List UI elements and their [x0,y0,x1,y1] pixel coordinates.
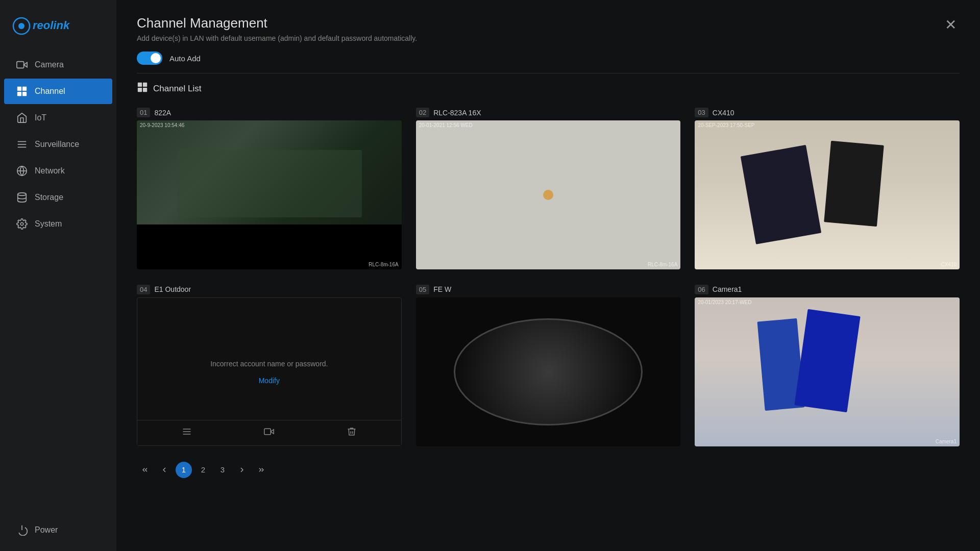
delete-action-04[interactable] [342,424,361,441]
label-br-01: RLC-8m-16A [369,262,398,267]
pagination: 1 2 3 [137,462,960,478]
channel-thumb-01[interactable]: 20-9-2023 10:54:46 RLC-8m-16A [137,120,402,269]
auto-add-row: Auto Add [137,52,960,65]
card-actions-04 [137,420,401,445]
channel-number-04: 04 [137,285,150,294]
label-br-03: CX410 [941,262,957,267]
channel-list-header: Channel List [137,82,960,95]
timestamp-06: 20-01/2023 20:17-WED [698,299,751,305]
channel-number-05: 05 [416,285,429,294]
channel-card-header-02: 02 RLC-823A 16X [416,108,681,117]
channel-number-03: 03 [695,108,708,117]
sidebar-item-channel[interactable]: Channel [4,79,112,104]
channel-card-header-05: 05 FE W [416,285,681,294]
camera-action-04[interactable] [260,424,278,441]
timestamp-02: 20-01-2021 12:56 WED [419,122,473,128]
camera-icon [16,59,28,70]
list-action-04[interactable] [178,424,196,441]
label-br-06: Camera1 [936,439,957,444]
svg-rect-19 [143,88,147,92]
divider-1 [137,73,960,73]
system-icon [16,218,28,230]
svg-rect-7 [22,92,27,96]
logo: reolink [12,15,104,37]
channel-name-06: Camera1 [713,285,742,293]
auto-add-toggle[interactable] [137,52,162,65]
channel-number-01: 01 [137,108,150,117]
sidebar: reolink Camera Channel [0,0,116,551]
sidebar-item-label-surveillance: Surveillance [35,140,79,149]
page-number-3[interactable]: 3 [214,462,231,478]
svg-rect-16 [138,83,142,87]
label-br-02: RLC-8m-16A [648,262,677,267]
sidebar-item-iot[interactable]: IoT [4,105,112,131]
sidebar-bottom: Power [4,509,112,551]
svg-text:reolink: reolink [33,19,70,32]
error-message-04: Incorrect account name or password. [210,359,328,369]
channel-thumb-04-error: Incorrect account name or password. Modi… [137,297,402,446]
network-icon [16,165,28,177]
next-page-button[interactable] [234,462,250,478]
sidebar-nav: Camera Channel IoT [0,52,116,509]
last-page-button[interactable] [253,462,270,478]
timestamp-01: 20-9-2023 10:54:46 [140,122,184,128]
channel-list-icon [137,82,148,95]
first-page-button[interactable] [137,462,153,478]
prev-page-button[interactable] [156,462,173,478]
storage-icon [16,192,28,203]
sidebar-item-camera[interactable]: Camera [4,52,112,78]
channel-card-01: 01 822A 20-9-2023 10:54:46 RLC-8m-16A [137,108,402,269]
main-content: Channel Management Add device(s) in LAN … [116,0,980,551]
channel-thumb-06[interactable]: 20-01/2023 20:17-WED Camera1 [695,297,960,446]
channel-card-04: 04 E1 Outdoor Incorrect account name or … [137,285,402,446]
svg-point-14 [20,222,23,226]
channel-name-02: RLC-823A 16X [433,109,481,117]
channel-icon [16,86,28,97]
channel-card-06: 06 Camera1 20-01/2023 20:17-WED Camera1 [695,285,960,446]
sidebar-item-network[interactable]: Network [4,158,112,184]
svg-rect-6 [17,92,21,96]
auto-add-label: Auto Add [169,54,201,63]
page-number-2[interactable]: 2 [195,462,211,478]
sidebar-item-surveillance[interactable]: Surveillance [4,132,112,157]
channel-card-03: 03 CX410 20-SEP-2023 17:50-SEP CX410 [695,108,960,269]
page-header: Channel Management Add device(s) in LAN … [137,15,960,42]
channel-name-03: CX410 [713,109,734,117]
channel-name-04: E1 Outdoor [154,285,191,293]
modify-link-04[interactable]: Modify [259,377,280,385]
svg-rect-4 [17,87,21,91]
channel-number-02: 02 [416,108,429,117]
svg-rect-5 [22,87,27,91]
svg-rect-3 [17,62,24,68]
sidebar-item-storage[interactable]: Storage [4,185,112,210]
channel-card-header-06: 06 Camera1 [695,285,960,294]
channel-card-header-04: 04 E1 Outdoor [137,285,402,294]
channel-thumb-03[interactable]: 20-SEP-2023 17:50-SEP CX410 [695,120,960,269]
timestamp-03: 20-SEP-2023 17:50-SEP [698,122,754,128]
close-button[interactable]: ✕ [941,15,960,34]
channel-name-01: 822A [154,109,171,117]
page-subtitle: Add device(s) in LAN with default userna… [137,34,417,42]
iot-icon [16,112,28,123]
page-header-left: Channel Management Add device(s) in LAN … [137,15,417,42]
channel-card-02: 02 RLC-823A 16X 20-01-2021 12:56 WED RLC… [416,108,681,269]
svg-rect-17 [143,83,147,87]
logo-area: reolink [0,10,116,52]
svg-point-13 [18,193,27,196]
svg-point-1 [18,23,24,29]
page-number-1[interactable]: 1 [176,462,192,478]
channel-card-05: 05 FE W [416,285,681,446]
sidebar-item-label-camera: Camera [35,60,64,69]
channel-thumb-05[interactable] [416,297,681,446]
power-button[interactable]: Power [16,519,100,541]
sidebar-item-system[interactable]: System [4,211,112,237]
reolink-logo-svg: reolink [12,15,79,37]
channel-grid: 01 822A 20-9-2023 10:54:46 RLC-8m-16A 02… [137,108,960,446]
channel-card-header-03: 03 CX410 [695,108,960,117]
power-label: Power [35,525,58,535]
channel-list-label: Channel List [153,84,202,94]
toggle-knob [151,53,161,63]
page-title: Channel Management [137,15,417,31]
channel-thumb-02[interactable]: 20-01-2021 12:56 WED RLC-8m-16A [416,120,681,269]
surveillance-icon [16,139,28,150]
